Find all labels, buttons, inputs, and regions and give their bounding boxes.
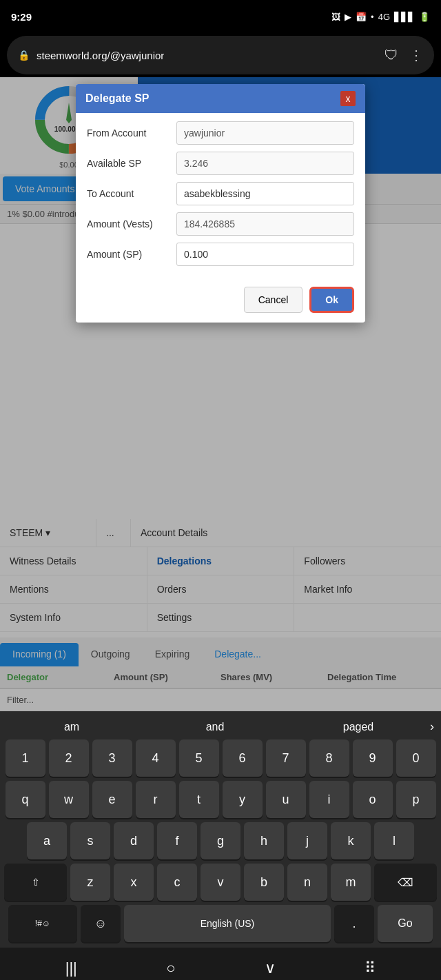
- space-key[interactable]: English (US): [124, 905, 331, 942]
- key-r[interactable]: r: [136, 781, 176, 818]
- key-9[interactable]: 9: [353, 739, 393, 777]
- label-available-sp: Available SP: [87, 158, 176, 169]
- menu-icon[interactable]: ⋮: [409, 47, 423, 63]
- key-b[interactable]: b: [244, 864, 284, 901]
- shift-row: ⇧ z x c v b n m ⌫: [4, 864, 437, 901]
- key-d[interactable]: d: [114, 822, 154, 859]
- form-row-to-account: To Account: [87, 182, 354, 205]
- key-q[interactable]: q: [6, 781, 45, 818]
- suggestion-and[interactable]: and: [143, 721, 287, 733]
- battery-icon: 🔋: [419, 12, 430, 22]
- key-2[interactable]: 2: [49, 739, 89, 777]
- key-n[interactable]: n: [287, 864, 327, 901]
- input-available-sp[interactable]: [176, 152, 354, 175]
- label-amount-sp: Amount (SP): [87, 249, 176, 260]
- key-p[interactable]: p: [396, 781, 436, 818]
- suggestion-paged[interactable]: paged: [287, 721, 430, 733]
- qwerty-row: q w e r t y u i o p: [4, 781, 437, 818]
- form-row-from-account: From Account: [87, 121, 354, 145]
- dialog-body: From Account Available SP To Account Amo…: [76, 113, 365, 281]
- key-7[interactable]: 7: [266, 739, 306, 777]
- apps-nav-icon[interactable]: ⠿: [365, 959, 376, 977]
- key-w[interactable]: w: [49, 781, 89, 818]
- lock-icon: 🔒: [18, 50, 30, 61]
- key-h[interactable]: h: [244, 822, 284, 859]
- status-icons: 🖼 ▶ 📅 • 4G ▋▋▋ 🔋: [331, 12, 430, 22]
- key-t[interactable]: t: [179, 781, 219, 818]
- go-key[interactable]: Go: [378, 905, 433, 942]
- dialog-close-button[interactable]: x: [340, 91, 356, 106]
- label-amount-vests: Amount (Vests): [87, 218, 176, 229]
- key-6[interactable]: 6: [223, 739, 263, 777]
- input-amount-vests[interactable]: [176, 212, 354, 236]
- signal-icon: ▋▋▋: [394, 12, 415, 22]
- ok-button[interactable]: Ok: [309, 287, 354, 313]
- key-u[interactable]: u: [266, 781, 306, 818]
- key-g[interactable]: g: [201, 822, 240, 859]
- calendar-icon: 📅: [356, 12, 367, 22]
- nav-bar: ||| ○ ∨ ⠿: [0, 948, 441, 980]
- key-o[interactable]: o: [353, 781, 393, 818]
- form-row-amount-vests: Amount (Vests): [87, 212, 354, 236]
- shield-icon[interactable]: 🛡: [384, 48, 398, 63]
- key-5[interactable]: 5: [179, 739, 219, 777]
- browser-action-icons: 🛡 ⋮: [384, 47, 423, 63]
- key-3[interactable]: 3: [92, 739, 132, 777]
- delegate-sp-dialog: Delegate SP x From Account Available SP …: [76, 84, 365, 323]
- home-nav-icon[interactable]: ○: [166, 959, 175, 977]
- chevron-right-icon[interactable]: ›: [430, 719, 441, 734]
- key-f[interactable]: f: [157, 822, 197, 859]
- key-s[interactable]: s: [70, 822, 110, 859]
- key-c[interactable]: c: [157, 864, 197, 901]
- key-1[interactable]: 1: [6, 739, 45, 777]
- label-to-account: To Account: [87, 188, 176, 199]
- asdf-row: a s d f g h j k l: [4, 822, 437, 859]
- symbols-key[interactable]: !#☺: [8, 905, 77, 942]
- key-l[interactable]: l: [374, 822, 414, 859]
- key-i[interactable]: i: [309, 781, 349, 818]
- key-e[interactable]: e: [92, 781, 132, 818]
- time-display: 9:29: [11, 11, 32, 23]
- key-x[interactable]: x: [114, 864, 154, 901]
- key-a[interactable]: a: [27, 822, 67, 859]
- page-content: 100.00 % $0.00 news 29 November 2021 ( p…: [0, 77, 441, 711]
- key-k[interactable]: k: [331, 822, 371, 859]
- key-0[interactable]: 0: [396, 739, 436, 777]
- dot-icon: •: [371, 12, 374, 22]
- browser-bar[interactable]: 🔒 steemworld.org/@yawjunior 🛡 ⋮: [7, 36, 434, 74]
- shift-key[interactable]: ⇧: [4, 864, 67, 901]
- status-bar: 9:29 🖼 ▶ 📅 • 4G ▋▋▋ 🔋: [0, 0, 441, 33]
- label-from-account: From Account: [87, 127, 176, 139]
- key-y[interactable]: y: [223, 781, 263, 818]
- browser-url[interactable]: steemworld.org/@yawjunior: [37, 50, 378, 61]
- input-from-account[interactable]: [176, 121, 354, 145]
- suggestion-am[interactable]: am: [0, 721, 143, 733]
- dialog-overlay: Delegate SP x From Account Available SP …: [0, 77, 441, 711]
- period-key[interactable]: .: [334, 905, 374, 942]
- key-z[interactable]: z: [70, 864, 110, 901]
- input-amount-sp[interactable]: [176, 243, 354, 266]
- cancel-button[interactable]: Cancel: [244, 287, 303, 313]
- emoji-key[interactable]: ☺: [81, 905, 121, 942]
- key-4[interactable]: 4: [136, 739, 176, 777]
- dialog-title: Delegate SP: [85, 92, 149, 105]
- photo-icon: 🖼: [331, 12, 340, 22]
- backspace-key[interactable]: ⌫: [374, 864, 437, 901]
- key-8[interactable]: 8: [309, 739, 349, 777]
- number-row: 1 2 3 4 5 6 7 8 9 0: [4, 739, 437, 777]
- dialog-header: Delegate SP x: [76, 84, 365, 113]
- back-nav-icon[interactable]: |||: [65, 959, 77, 977]
- keyboard-area: am and paged › 1 2 3 4 5 6 7 8 9 0 q w e…: [0, 711, 441, 948]
- key-v[interactable]: v: [201, 864, 240, 901]
- key-rows: 1 2 3 4 5 6 7 8 9 0 q w e r t y u i o p …: [0, 738, 441, 948]
- input-to-account[interactable]: [176, 182, 354, 205]
- key-m[interactable]: m: [331, 864, 371, 901]
- recent-nav-icon[interactable]: ∨: [265, 959, 276, 977]
- dialog-footer: Cancel Ok: [76, 281, 365, 323]
- special-row: !#☺ ☺ English (US) . Go: [4, 905, 437, 942]
- network-icon: 4G: [378, 12, 390, 22]
- form-row-available-sp: Available SP: [87, 152, 354, 175]
- form-row-amount-sp: Amount (SP): [87, 243, 354, 266]
- suggestions-row: am and paged ›: [0, 715, 441, 738]
- key-j[interactable]: j: [287, 822, 327, 859]
